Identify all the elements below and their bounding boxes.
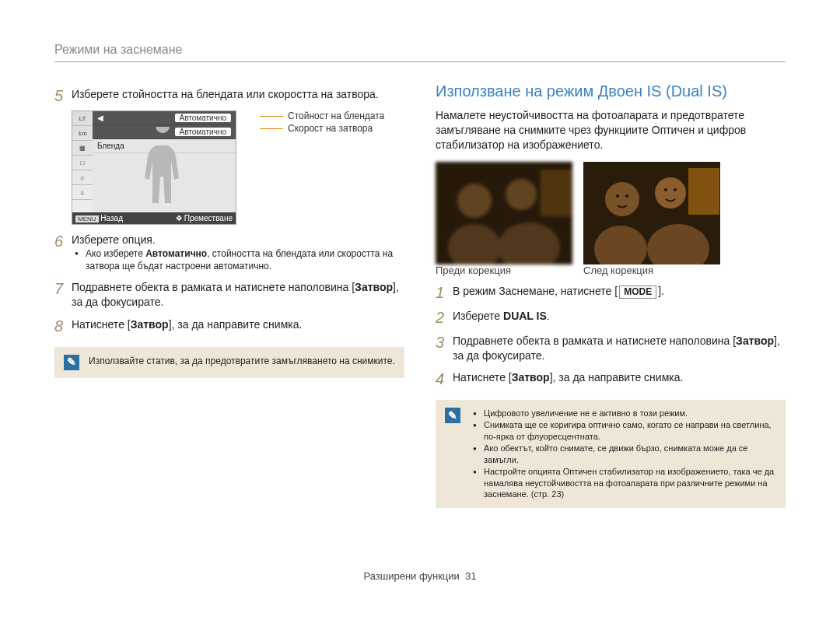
svg-point-12 <box>616 194 619 198</box>
mode-key: MODE <box>619 285 656 299</box>
lcd-annotations: Стойност на блендата Скорост на затвора <box>260 110 384 134</box>
right-column: Използване на режим Двоен IS (Dual IS) Н… <box>436 79 786 508</box>
svg-point-14 <box>664 188 667 191</box>
photo-after <box>583 162 720 264</box>
note-text-left: Използвайте статив, за да предотвратите … <box>89 355 395 370</box>
lcd-menu-back: MENU Назад <box>75 214 123 222</box>
step-7-number: 7 <box>54 280 72 310</box>
svg-point-2 <box>506 179 537 210</box>
photo-before <box>436 162 572 264</box>
note-box-left: ✎ Използвайте статив, за да предотвратит… <box>54 347 404 378</box>
lcd-sidebar: LT 1m ▦ □ ☼ ☼ <box>72 111 93 212</box>
step-8-text: Натиснете [Затвор], за да направите сним… <box>72 317 302 335</box>
intro-text: Намалете неустойчивостта на фотоапарата … <box>436 108 786 152</box>
info-icon: ✎ <box>445 408 460 423</box>
label-before: Преди корекция <box>436 264 572 276</box>
r-step-1-number: 1 <box>436 284 453 301</box>
svg-rect-5 <box>541 170 572 216</box>
r-note-1: Цифровото увеличение не е активно в този… <box>470 408 776 419</box>
label-after: След корекция <box>583 264 720 276</box>
r-step-4-text: Натиснете [Затвор], за да направите сним… <box>453 370 683 387</box>
r-step-3-text: Подравнете обекта в рамката и натиснете … <box>453 334 786 363</box>
step-6-bullet: Ако изберете Автоматично, стойността на … <box>72 247 404 272</box>
r-step-2-text: Изберете DUAL IS. <box>453 309 550 326</box>
step-6-text: Изберете опция. <box>72 233 404 247</box>
svg-rect-7 <box>688 168 719 215</box>
r-step-1-text: В режим Заснемане, натиснете [ <box>453 285 618 297</box>
footer: Разширени функции 31 <box>54 570 786 582</box>
r-note-3: Ако обектът, който снимате, се движи бър… <box>470 443 776 466</box>
r-step-4-number: 4 <box>436 370 453 387</box>
info-icon: ✎ <box>64 355 79 370</box>
svg-point-13 <box>625 194 628 198</box>
svg-point-1 <box>457 184 492 218</box>
page-header: Режими на заснемане <box>54 43 786 62</box>
r-step-3-number: 3 <box>436 334 453 363</box>
step-5-text: Изберете стойността на блендата или скор… <box>72 87 379 104</box>
lcd-screenshot: LT 1m ▦ □ ☼ ☼ ◀ Автоматично <box>72 110 236 225</box>
step-8-number: 8 <box>54 317 72 335</box>
step-6-number: 6 <box>54 233 72 272</box>
svg-point-15 <box>674 188 677 191</box>
note-box-right: ✎ Цифровото увеличение не е активно в то… <box>436 400 786 508</box>
step-5-number: 5 <box>54 87 72 104</box>
section-title: Използване на режим Двоен IS (Dual IS) <box>436 82 786 100</box>
svg-point-8 <box>605 182 639 216</box>
r-step-2-number: 2 <box>436 309 453 326</box>
lcd-auto-1: Автоматично <box>175 114 231 122</box>
annotation-shutter: Скорост на затвора <box>288 123 373 134</box>
step-7-text: Подравнете обекта в рамката и натиснете … <box>72 280 404 310</box>
left-column: 5 Изберете стойността на блендата или ск… <box>54 79 404 508</box>
r-note-4: Настройте опцията Оптичен стабилизатор н… <box>470 466 776 501</box>
lcd-move: ✥ Преместване <box>176 214 233 222</box>
r-note-2: Снимката ще се коригира оптично само, ко… <box>470 419 776 443</box>
annotation-aperture: Стойност на блендата <box>288 110 384 121</box>
svg-point-9 <box>655 177 686 208</box>
